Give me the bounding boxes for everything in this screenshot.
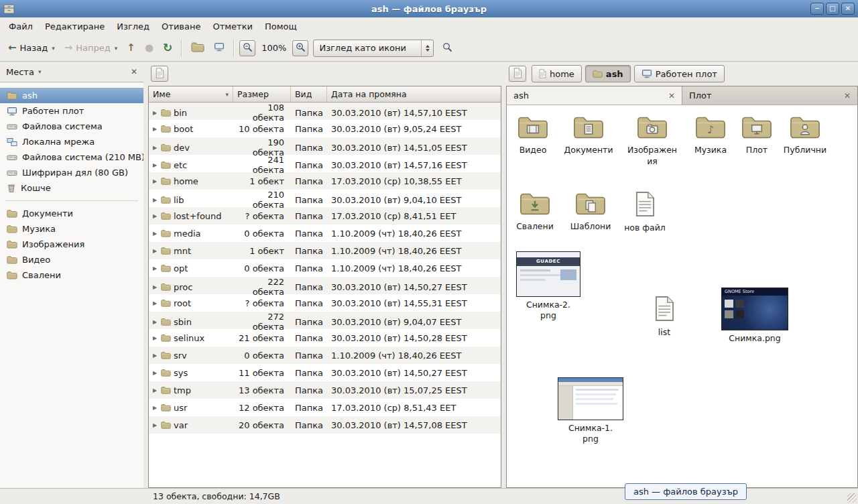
stop-button[interactable]: ● xyxy=(141,40,158,56)
tree-row-etc[interactable]: ▶etc241 обектаПапка30.03.2010 (вт) 14,57… xyxy=(149,155,501,172)
icon-item-list[interactable]: list xyxy=(641,296,688,338)
computer-button[interactable] xyxy=(210,39,229,57)
tab-plot[interactable]: Плот ✕ xyxy=(682,86,857,105)
view-mode-select[interactable]: Изглед като икони xyxy=(313,40,434,57)
column-header-date[interactable]: Дата на промяна xyxy=(327,86,501,102)
tree-row-mnt[interactable]: ▶mnt1 обектПапка1.10.2009 (чт) 18,40,26 … xyxy=(149,242,501,259)
tree-row-home[interactable]: ▶home1 обектПапка17.03.2010 (ср) 10,38,5… xyxy=(149,172,501,190)
icon-item-pictures[interactable]: Изображен ия xyxy=(623,115,681,167)
expander-icon[interactable]: ▶ xyxy=(151,284,158,290)
column-header-name[interactable]: Име ▾ xyxy=(149,86,233,102)
combo-arrows-icon[interactable] xyxy=(421,40,433,56)
expander-icon[interactable]: ▶ xyxy=(151,145,158,151)
location-toggle-button[interactable] xyxy=(509,66,526,82)
menu-help[interactable]: Помощ xyxy=(259,19,303,34)
sidebar-item-trash[interactable]: Кошче xyxy=(0,180,143,196)
icon-item-music[interactable]: ♪Музика xyxy=(686,115,735,156)
icon-item-video[interactable]: Видео xyxy=(507,115,559,156)
pane-splitter[interactable] xyxy=(501,62,506,488)
tab-close-icon[interactable]: ✕ xyxy=(844,91,851,101)
tree-row-usr[interactable]: ▶usr12 обектаПапка17.03.2010 (ср) 8,51,4… xyxy=(149,399,501,416)
sidebar-item-desktop[interactable]: Работен плот xyxy=(0,103,143,119)
column-header-type[interactable]: Вид xyxy=(291,86,327,102)
tree-row-sbin[interactable]: ▶sbin272 обектаПапка30.03.2010 (вт) 9,04… xyxy=(149,312,501,329)
zoom-in-button[interactable] xyxy=(292,40,308,56)
tree-row-opt[interactable]: ▶opt0 обектаПапка1.10.2009 (чт) 18,40,26… xyxy=(149,259,501,277)
tree-row-dev[interactable]: ▶dev190 обектаПапка30.03.2010 (вт) 14,51… xyxy=(149,137,501,155)
reload-button[interactable]: ↻ xyxy=(159,39,176,57)
sidebar-item-encrypted-80gb[interactable]: Шифриран дял (80 GB) xyxy=(0,165,143,180)
tab-close-icon[interactable]: ✕ xyxy=(668,91,675,101)
sidebar-close-icon[interactable]: ✕ xyxy=(131,67,137,76)
tree-row-srv[interactable]: ▶srv0 обектаПапка1.10.2009 (чт) 18,40,26… xyxy=(149,346,501,364)
tree-row-sys[interactable]: ▶sys11 обектаПапка30.03.2010 (вт) 14,50,… xyxy=(149,364,501,381)
expander-icon[interactable]: ▶ xyxy=(151,370,158,376)
tree-row-bin[interactable]: ▶bin108 обектаПапка30.03.2010 (вт) 14,57… xyxy=(149,103,501,120)
sidebar-item-videos[interactable]: Видео xyxy=(0,252,143,267)
column-header-size[interactable]: Размер xyxy=(233,86,291,102)
expander-icon[interactable]: ▶ xyxy=(151,335,158,341)
tree-row-media[interactable]: ▶media0 обектаПапка1.10.2009 (чт) 18,40,… xyxy=(149,225,501,242)
up-button[interactable]: ↑ xyxy=(123,40,139,56)
tree-row-selinux[interactable]: ▶selinux21 обектаПапка30.03.2010 (вт) 14… xyxy=(149,329,501,346)
tab-ash[interactable]: ash ✕ xyxy=(507,86,682,105)
tree-row-lost+found[interactable]: ▶lost+found? обектаПапка17.03.2010 (ср) … xyxy=(149,207,501,225)
maximize-button[interactable]: □ xyxy=(826,3,839,15)
tree-row-var[interactable]: ▶var20 обектаПапка30.03.2010 (вт) 14,57,… xyxy=(149,416,501,434)
close-button[interactable]: ✕ xyxy=(841,3,855,15)
pathbar-button-home[interactable]: home xyxy=(532,65,582,82)
titlebar[interactable]: ash — файлов браузър ─ □ ✕ xyxy=(0,0,858,17)
icon-item-snimka-2[interactable]: GUADECСнимка-2. png xyxy=(515,251,582,322)
icon-item-desktop[interactable]: Плот xyxy=(736,115,778,156)
location-toggle-button[interactable] xyxy=(151,66,168,82)
pathbar-button-desktop[interactable]: Работен плот xyxy=(634,65,725,82)
expander-icon[interactable]: ▶ xyxy=(151,126,158,132)
home-button[interactable] xyxy=(187,38,208,58)
forward-button[interactable]: → Напред ▾ xyxy=(60,40,122,56)
expander-icon[interactable]: ▶ xyxy=(151,231,158,237)
menu-view[interactable]: Изглед xyxy=(111,19,156,34)
icon-item-documents[interactable]: Документи xyxy=(560,115,617,156)
expander-icon[interactable]: ▶ xyxy=(151,265,158,271)
minimize-button[interactable]: ─ xyxy=(810,3,824,15)
icon-item-templates[interactable]: Шаблони xyxy=(564,191,617,233)
sidebar-item-ash[interactable]: ash xyxy=(0,88,143,103)
expander-icon[interactable]: ▶ xyxy=(151,162,158,168)
zoom-level[interactable]: 100% xyxy=(257,43,291,53)
menu-bookmarks[interactable]: Отметки xyxy=(206,19,258,34)
menu-go[interactable]: Отиване xyxy=(156,19,206,34)
sidebar-selector-dropdown-icon[interactable]: ▾ xyxy=(38,68,42,75)
expander-icon[interactable]: ▶ xyxy=(151,387,158,393)
tree-row-lib[interactable]: ▶lib210 обектаПапка30.03.2010 (вт) 9,04,… xyxy=(149,190,501,207)
expander-icon[interactable]: ▶ xyxy=(151,110,158,116)
icon-item-snimka[interactable]: GNOME StoreСнимка.png xyxy=(720,288,790,344)
menu-file[interactable]: Файл xyxy=(3,19,39,34)
menu-edit[interactable]: Редактиране xyxy=(39,19,111,34)
back-button[interactable]: ← Назад ▾ xyxy=(4,40,59,56)
icon-item-public[interactable]: Публични xyxy=(779,115,831,156)
tree-row-boot[interactable]: ▶boot10 обектаПапка30.03.2010 (вт) 9,05,… xyxy=(149,120,501,137)
sidebar-item-local-network[interactable]: Локална мрежа xyxy=(0,134,143,149)
icon-item-snimka-1[interactable]: Снимка-1. png xyxy=(556,377,625,445)
sidebar-item-filesystem[interactable]: Файлова система xyxy=(0,119,143,134)
sidebar-item-pictures[interactable]: Изображения xyxy=(0,237,143,252)
expander-icon[interactable]: ▶ xyxy=(151,405,158,411)
expander-icon[interactable]: ▶ xyxy=(151,178,158,184)
sidebar-item-downloads[interactable]: Свалени xyxy=(0,267,143,283)
pathbar-button-ash[interactable]: ash xyxy=(585,65,631,82)
expander-icon[interactable]: ▶ xyxy=(151,300,158,306)
expander-icon[interactable]: ▶ xyxy=(151,319,158,325)
expander-icon[interactable]: ▶ xyxy=(151,422,158,428)
expander-icon[interactable]: ▶ xyxy=(151,353,158,359)
expander-icon[interactable]: ▶ xyxy=(151,248,158,254)
expander-icon[interactable]: ▶ xyxy=(151,197,158,203)
zoom-out-button[interactable] xyxy=(239,40,255,56)
tree-row-proc[interactable]: ▶proc222 обектаПапка30.03.2010 (вт) 14,5… xyxy=(149,277,501,294)
icon-item-new-file[interactable]: нов файл xyxy=(619,191,670,234)
tree-row-root[interactable]: ▶root? обектаПапка30.03.2010 (вт) 14,55,… xyxy=(149,294,501,312)
search-button[interactable] xyxy=(438,39,456,58)
pane-splitter[interactable] xyxy=(143,62,148,488)
icon-item-downloads[interactable]: Свалени xyxy=(509,191,560,233)
back-history-dropdown-icon[interactable]: ▾ xyxy=(52,45,55,52)
sidebar-item-volume-210mb[interactable]: Файлова система (210 MB) xyxy=(0,149,143,165)
